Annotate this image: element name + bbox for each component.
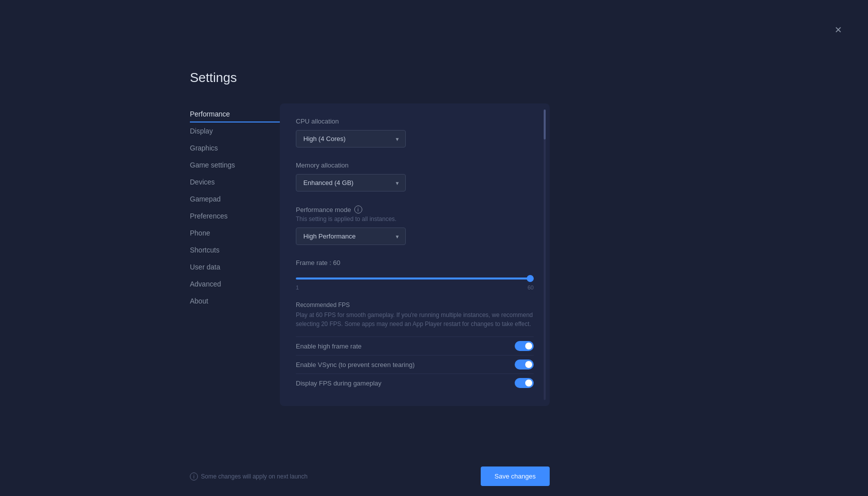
- content-panel: CPU allocation Low (1 Core)Medium (2 Cor…: [280, 104, 550, 406]
- toggle-row-vsync: Enable VSync (to prevent screen tearing): [296, 355, 534, 374]
- sidebar-item-gamepad[interactable]: Gamepad: [190, 190, 280, 208]
- cpu-allocation-section: CPU allocation Low (1 Core)Medium (2 Cor…: [296, 118, 534, 148]
- sidebar-item-preferences[interactable]: Preferences: [190, 208, 280, 224]
- performance-mode-label: Performance mode i: [296, 206, 534, 214]
- sidebar: PerformanceDisplayGraphicsGame settingsD…: [190, 104, 280, 406]
- sidebar-item-game-settings[interactable]: Game settings: [190, 156, 280, 174]
- settings-body: PerformanceDisplayGraphicsGame settingsD…: [190, 104, 550, 406]
- performance-mode-info-icon[interactable]: i: [354, 206, 362, 214]
- cpu-allocation-select-wrapper: Low (1 Core)Medium (2 Cores)High (4 Core…: [296, 130, 406, 148]
- sidebar-item-advanced[interactable]: Advanced: [190, 276, 280, 292]
- framerate-slider[interactable]: [296, 278, 534, 280]
- footer-note: i Some changes will apply on next launch: [190, 472, 307, 480]
- toggle-vsync[interactable]: [515, 360, 534, 370]
- memory-allocation-label: Memory allocation: [296, 162, 534, 169]
- framerate-slider-wrapper: 1 60: [296, 272, 534, 294]
- settings-container: Settings PerformanceDisplayGraphicsGame …: [190, 70, 550, 406]
- sidebar-item-graphics[interactable]: Graphics: [190, 140, 280, 156]
- sidebar-item-devices[interactable]: Devices: [190, 174, 280, 190]
- sidebar-item-performance[interactable]: Performance: [190, 106, 280, 122]
- settings-title: Settings: [190, 70, 550, 86]
- footer-info-icon: i: [190, 472, 198, 480]
- memory-allocation-select[interactable]: Low (1 GB)Medium (2 GB)Enhanced (4 GB)Ul…: [296, 174, 406, 192]
- toggle-row-high-frame-rate: Enable high frame rate: [296, 336, 534, 355]
- cpu-allocation-select[interactable]: Low (1 Core)Medium (2 Cores)High (4 Core…: [296, 130, 406, 148]
- recommended-fps-title: Recommended FPS: [296, 302, 534, 308]
- scrollbar-thumb[interactable]: [544, 110, 546, 140]
- close-button[interactable]: ✕: [832, 24, 844, 36]
- performance-mode-section: Performance mode i This setting is appli…: [296, 206, 534, 245]
- slider-max: 60: [528, 284, 534, 290]
- toggle-row-display-fps: Display FPS during gameplay: [296, 374, 534, 392]
- toggle-label-high-frame-rate: Enable high frame rate: [296, 342, 362, 350]
- footer-note-text: Some changes will apply on next launch: [201, 473, 307, 480]
- sidebar-item-about[interactable]: About: [190, 292, 280, 310]
- cpu-allocation-label: CPU allocation: [296, 118, 534, 125]
- scrollbar-track[interactable]: [544, 110, 546, 400]
- footer: i Some changes will apply on next launch…: [190, 456, 550, 496]
- toggles-container: Enable high frame rateEnable VSync (to p…: [296, 336, 534, 392]
- framerate-label: Frame rate : 60: [296, 259, 534, 266]
- performance-mode-sublabel: This setting is applied to all instances…: [296, 216, 534, 222]
- save-changes-button[interactable]: Save changes: [481, 466, 550, 486]
- performance-mode-select-wrapper: BalancedHigh PerformanceCustom ▼: [296, 228, 406, 245]
- toggle-display-fps[interactable]: [515, 378, 534, 388]
- framerate-section: Frame rate : 60 1 60: [296, 259, 534, 294]
- sidebar-item-phone[interactable]: Phone: [190, 224, 280, 242]
- sidebar-item-display[interactable]: Display: [190, 122, 280, 140]
- slider-range: 1 60: [296, 284, 534, 290]
- toggle-label-display-fps: Display FPS during gameplay: [296, 380, 381, 387]
- toggle-high-frame-rate[interactable]: [515, 341, 534, 351]
- memory-allocation-section: Memory allocation Low (1 GB)Medium (2 GB…: [296, 162, 534, 192]
- recommended-fps-section: Recommended FPS Play at 60 FPS for smoot…: [296, 302, 534, 328]
- recommended-fps-text: Play at 60 FPS for smooth gameplay. If y…: [296, 310, 534, 328]
- toggle-label-vsync: Enable VSync (to prevent screen tearing): [296, 361, 415, 368]
- slider-min: 1: [296, 284, 299, 290]
- performance-mode-select[interactable]: BalancedHigh PerformanceCustom: [296, 228, 406, 245]
- sidebar-item-shortcuts[interactable]: Shortcuts: [190, 242, 280, 258]
- sidebar-item-user-data[interactable]: User data: [190, 258, 280, 276]
- memory-allocation-select-wrapper: Low (1 GB)Medium (2 GB)Enhanced (4 GB)Ul…: [296, 174, 406, 192]
